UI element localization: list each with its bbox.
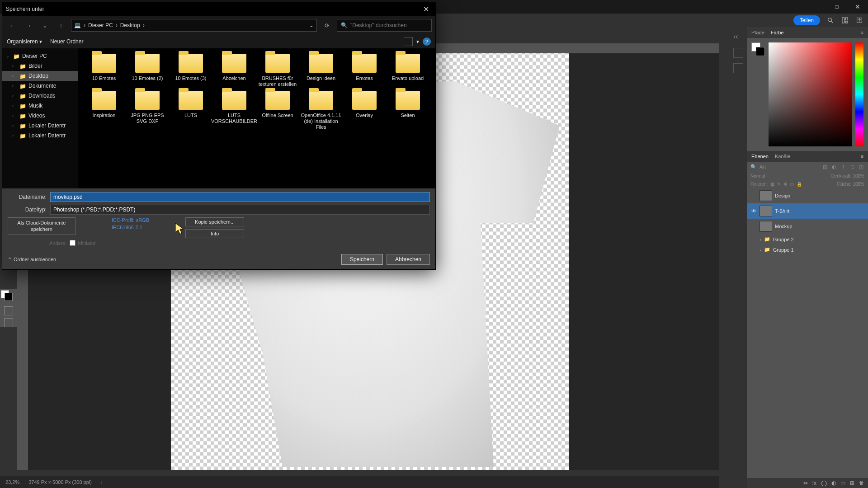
tab-kanale[interactable]: Kanäle bbox=[775, 154, 790, 159]
layer-mask-icon[interactable]: ◯ bbox=[821, 480, 827, 486]
filename-input[interactable] bbox=[50, 192, 430, 202]
layer-row[interactable]: ›📁Gruppe 1 bbox=[747, 244, 868, 255]
folder-item[interactable]: JPG PNG EPS SVG DXF bbox=[127, 91, 168, 131]
layer-row[interactable]: ›📁Gruppe 2 bbox=[747, 234, 868, 244]
file-grid[interactable]: 10 Emotes10 Emotes (2)10 Emotes (3)Abzei… bbox=[78, 48, 435, 188]
cancel-button[interactable]: Abbrechen bbox=[387, 254, 430, 265]
tree-item[interactable]: ›📁Bilder bbox=[2, 61, 78, 71]
blend-mode-select[interactable]: Normal bbox=[750, 174, 765, 178]
info-button[interactable]: Info bbox=[185, 229, 244, 238]
cloud-save-button[interactable]: Als Cloud-Dokumente speichern bbox=[8, 217, 75, 235]
lock-pixel-icon[interactable]: ✎ bbox=[777, 182, 781, 187]
folder-item[interactable]: BRUSHES für texturen erstellen bbox=[257, 54, 298, 88]
tree-root-item[interactable]: ⌄📁Dieser PC bbox=[2, 51, 78, 61]
lock-icon[interactable]: 🔒 bbox=[797, 182, 802, 187]
save-copy-button[interactable]: Kopie speichern... bbox=[185, 217, 244, 226]
new-folder-button[interactable]: Neuer Ordner bbox=[50, 38, 83, 45]
layer-row[interactable]: Design bbox=[747, 188, 868, 203]
tree-item[interactable]: ›📁Videos bbox=[2, 111, 78, 121]
group-expand-icon[interactable]: › bbox=[760, 247, 761, 253]
new-group-icon[interactable]: ▭ bbox=[840, 480, 845, 486]
lock-all-icon[interactable]: ▦ bbox=[770, 182, 774, 187]
fg-bg-swatches[interactable] bbox=[751, 42, 765, 56]
filetype-select[interactable] bbox=[50, 205, 430, 215]
save-button[interactable]: Speichern bbox=[341, 254, 383, 265]
dialog-titlebar[interactable]: Speichern unter ✕ bbox=[2, 2, 435, 16]
visibility-toggle[interactable]: 👁 bbox=[750, 208, 757, 214]
search-input[interactable]: 🔍 "Desktop" durchsuchen bbox=[337, 19, 432, 32]
filter-smart-icon[interactable]: ◫ bbox=[858, 164, 864, 170]
breadcrumb-pc[interactable]: Dieser PC bbox=[88, 22, 113, 28]
adjustment-layer-icon[interactable]: ◐ bbox=[831, 480, 836, 486]
folder-item[interactable]: LUTS bbox=[170, 91, 211, 131]
filter-kind-label[interactable]: Art bbox=[760, 164, 819, 169]
layer-row[interactable]: Mockup bbox=[747, 219, 868, 234]
folder-item[interactable]: 10 Emotes (2) bbox=[127, 54, 168, 88]
share-button[interactable]: Teilen bbox=[793, 15, 820, 25]
filter-search-icon[interactable]: 🔍 bbox=[750, 164, 757, 170]
workspace-icon[interactable] bbox=[841, 16, 849, 24]
group-expand-icon[interactable]: › bbox=[760, 237, 761, 242]
nav-recent-button[interactable]: ⌄ bbox=[38, 19, 51, 32]
lock-artboard-icon[interactable]: ▭ bbox=[790, 182, 794, 187]
dialog-close-button[interactable]: ✕ bbox=[420, 5, 432, 14]
folder-item[interactable]: Offline Screen bbox=[257, 91, 298, 131]
folder-item[interactable]: LUTS VORSCHAUBILDER bbox=[214, 91, 255, 131]
tree-item[interactable]: ›📁Desktop bbox=[2, 71, 78, 81]
panel-icon-2[interactable] bbox=[733, 63, 743, 73]
tab-pfade[interactable]: Pfade bbox=[751, 30, 764, 35]
layer-fx-icon[interactable]: fx bbox=[812, 480, 816, 486]
tab-ebenen[interactable]: Ebenen bbox=[751, 154, 769, 159]
folder-item[interactable]: 10 Emotes bbox=[84, 54, 124, 88]
new-layer-icon[interactable]: ⊞ bbox=[850, 480, 854, 486]
link-layers-icon[interactable]: ⇔ bbox=[803, 480, 808, 486]
filter-shape-icon[interactable]: ◻ bbox=[849, 164, 855, 170]
screenmode-icon[interactable] bbox=[4, 318, 13, 327]
layers-menu-icon[interactable]: ≡ bbox=[861, 154, 863, 159]
delete-layer-icon[interactable]: 🗑 bbox=[859, 480, 864, 486]
folder-item[interactable]: Inspiration bbox=[84, 91, 124, 131]
search-icon[interactable] bbox=[826, 16, 835, 24]
breadcrumb[interactable]: 💻 › Dieser PC › Desktop › ⌄ bbox=[71, 19, 317, 32]
folder-item[interactable]: Design ideen bbox=[301, 54, 341, 88]
breadcrumb-location[interactable]: Desktop bbox=[120, 22, 140, 28]
nav-up-button[interactable]: ↑ bbox=[55, 19, 67, 32]
fill-value[interactable]: 100% bbox=[853, 182, 864, 187]
refresh-button[interactable]: ⟳ bbox=[321, 19, 333, 32]
quickmask-icon[interactable] bbox=[4, 306, 13, 315]
filter-pixel-icon[interactable]: ▧ bbox=[822, 164, 828, 170]
filter-type-icon[interactable]: T bbox=[840, 164, 846, 170]
folder-item[interactable]: Emotes bbox=[344, 54, 385, 88]
filter-adjust-icon[interactable]: ◐ bbox=[831, 164, 837, 170]
view-dropdown-icon[interactable]: ▾ bbox=[416, 38, 419, 45]
thumbnail-checkbox[interactable] bbox=[70, 240, 75, 246]
folder-item[interactable]: 10 Emotes (3) bbox=[170, 54, 211, 88]
panel-menu-icon[interactable]: ≡ bbox=[861, 30, 863, 35]
tree-item[interactable]: ›📁Dokumente bbox=[2, 81, 78, 91]
breadcrumb-dropdown-icon[interactable]: ⌄ bbox=[309, 22, 314, 28]
collapse-handle-icon[interactable]: ‹‹ bbox=[733, 33, 743, 42]
help-button[interactable]: ? bbox=[423, 38, 431, 46]
background-swatch[interactable] bbox=[5, 293, 13, 301]
folder-item[interactable]: Overlay bbox=[344, 91, 385, 131]
folder-item[interactable]: Seiten bbox=[387, 91, 428, 131]
zoom-level[interactable]: 23,2% bbox=[5, 479, 19, 485]
folder-item[interactable]: Envato upload bbox=[387, 54, 428, 88]
nav-back-button[interactable]: ← bbox=[6, 19, 19, 32]
tree-item[interactable]: ›📁Lokaler Datentr bbox=[2, 121, 78, 131]
lock-position-icon[interactable]: ✥ bbox=[783, 182, 787, 187]
folder-item[interactable]: OpenOffice 4.1.11 (de) Installation File… bbox=[301, 91, 341, 131]
bg-color-swatch[interactable] bbox=[756, 47, 765, 56]
app-close-button[interactable]: ✕ bbox=[847, 0, 868, 14]
tree-item[interactable]: ›📁Musik bbox=[2, 101, 78, 111]
tab-farbe[interactable]: Farbe bbox=[771, 30, 784, 35]
share-export-icon[interactable] bbox=[855, 16, 863, 24]
hide-folders-toggle[interactable]: ⌃Ordner ausblenden bbox=[8, 257, 56, 263]
nav-forward-button[interactable]: → bbox=[22, 19, 35, 32]
view-mode-button[interactable] bbox=[404, 37, 413, 46]
panel-icon-1[interactable] bbox=[733, 48, 743, 58]
folder-item[interactable]: Abzeichen bbox=[214, 54, 255, 88]
status-arrow[interactable]: › bbox=[101, 479, 103, 485]
layer-row[interactable]: 👁T-Shirt bbox=[747, 203, 868, 219]
hue-slider[interactable] bbox=[855, 42, 863, 146]
